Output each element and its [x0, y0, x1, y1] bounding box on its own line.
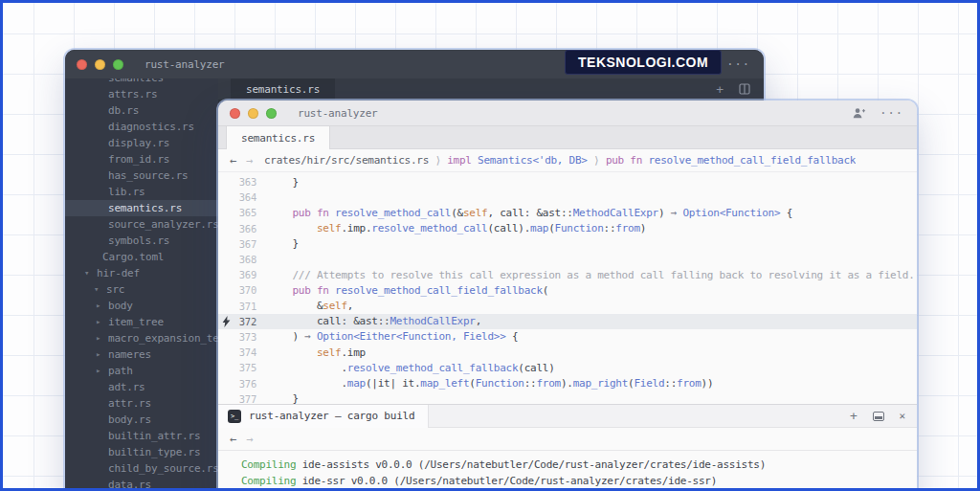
- code-editor[interactable]: 363 }364365 pub fn resolve_method_call(&…: [218, 172, 917, 404]
- code-token: map_right: [573, 377, 628, 390]
- sidebar-item[interactable]: ▾hir-def: [65, 265, 218, 281]
- sidebar-item[interactable]: db.rs: [65, 102, 218, 119]
- sidebar-item[interactable]: Cargo.toml: [65, 249, 218, 265]
- chevron-down-icon[interactable]: ▾: [94, 281, 99, 298]
- chevron-right-icon[interactable]: ▸: [96, 330, 100, 346]
- sidebar-item[interactable]: ▾src: [65, 281, 218, 298]
- code-token: Field: [634, 377, 664, 390]
- code-line[interactable]: 371 &self,: [218, 299, 917, 314]
- breadcrumb[interactable]: crates/hir/src/semantics.rs ⟩ impl Seman…: [264, 154, 856, 167]
- sidebar-item[interactable]: ▸nameres: [65, 346, 218, 363]
- code-token: ⟩: [588, 154, 606, 167]
- code-line[interactable]: 374 self.imp: [218, 345, 917, 360]
- window-title: rust-analyzer: [298, 107, 378, 120]
- terminal-tab[interactable]: >_ rust-analyzer — cargo build: [218, 405, 429, 428]
- code-token: ide-ssr v0.0.0 (/Users/natebutler/Code/r…: [296, 475, 717, 487]
- code-line[interactable]: 367 }: [218, 236, 917, 252]
- sidebar-item[interactable]: has_source.rs: [65, 167, 218, 184]
- sidebar-item[interactable]: diagnostics.rs: [65, 119, 218, 135]
- file-label: data.rs: [65, 477, 151, 491]
- code-token: ): [640, 222, 646, 234]
- code-token: call: &ast::: [268, 315, 390, 327]
- sidebar-item[interactable]: lib.rs: [65, 184, 218, 200]
- tab-semantics-rs[interactable]: semantics.rs: [226, 126, 330, 149]
- chevron-right-icon[interactable]: ▸: [96, 298, 100, 314]
- window-menu-ellipsis-icon[interactable]: ···: [726, 58, 750, 70]
- file-label: source_analyzer.rs: [65, 216, 218, 233]
- terminal-output[interactable]: Compiling ide-assists v0.0.0 (/Users/nat…: [218, 451, 917, 491]
- sidebar-item[interactable]: builtin_type.rs: [65, 444, 218, 460]
- code-line[interactable]: 372 call: &ast::MethodCallExpr,: [218, 314, 917, 329]
- chevron-down-icon[interactable]: ▾: [84, 265, 89, 281]
- code-line[interactable]: 368: [218, 252, 917, 267]
- nav-forward-icon[interactable]: →: [246, 154, 253, 167]
- code-token: (|it| it.: [366, 377, 420, 390]
- sidebar-item[interactable]: data.rs: [65, 477, 218, 491]
- code-text: .map(|it| it.map_left(Function::from).ma…: [268, 377, 713, 390]
- sidebar-item[interactable]: ▸macro_expansion_tes: [65, 330, 218, 346]
- minimize-window-button[interactable]: [95, 59, 105, 70]
- sidebar-item[interactable]: builtin_attr.rs: [65, 428, 218, 444]
- sidebar-item[interactable]: child_by_source.rs: [65, 460, 218, 477]
- code-line[interactable]: 377 }: [218, 391, 917, 404]
- file-label: display.rs: [65, 135, 169, 151]
- sidebar-item[interactable]: attr.rs: [65, 395, 218, 412]
- sidebar-item[interactable]: display.rs: [65, 135, 218, 151]
- dock-panel-icon[interactable]: [873, 412, 884, 421]
- back-tab-bar: semantics.rs +: [218, 78, 764, 100]
- terminal-forward-icon[interactable]: →: [246, 433, 253, 446]
- code-text: pub fn resolve_method_call(&self, call: …: [268, 207, 792, 219]
- sidebar-item[interactable]: source_analyzer.rs: [65, 216, 218, 233]
- code-lines: 363 }364365 pub fn resolve_method_call(&…: [218, 174, 917, 404]
- sidebar-item[interactable]: ▸item_tree: [65, 314, 218, 330]
- code-line[interactable]: 366 self.imp.resolve_method_call(call).m…: [218, 221, 917, 236]
- code-line[interactable]: 369 /// Attempts to resolve this call ex…: [218, 267, 917, 282]
- sidebar-item[interactable]: symbols.rs: [65, 233, 218, 249]
- file-label: builtin_type.rs: [65, 444, 200, 460]
- code-line[interactable]: 363 }: [218, 174, 917, 190]
- sidebar-item[interactable]: attrs.rs: [65, 86, 218, 102]
- chevron-right-icon[interactable]: ▸: [96, 363, 100, 379]
- front-tab-bar: semantics.rs: [218, 126, 917, 149]
- code-line[interactable]: 375 .resolve_method_call_fallback(call): [218, 360, 917, 375]
- chevron-right-icon[interactable]: ▸: [96, 346, 100, 363]
- zoom-window-button[interactable]: [266, 108, 277, 119]
- sidebar-item[interactable]: adt.rs: [65, 379, 218, 395]
- code-token: Function: [555, 222, 604, 234]
- close-window-button[interactable]: [230, 108, 240, 119]
- minimize-window-button[interactable]: [248, 108, 258, 119]
- code-token: (call).: [487, 222, 530, 234]
- window-menu-ellipsis-icon[interactable]: ···: [880, 107, 903, 119]
- project-sidebar[interactable]: semanticsattrs.rsdb.rsdiagnostics.rsdisp…: [65, 78, 218, 491]
- close-panel-icon[interactable]: ✕: [900, 410, 905, 422]
- front-window-titlebar[interactable]: rust-analyzer ···: [218, 100, 917, 126]
- sidebar-item[interactable]: body.rs: [65, 412, 218, 428]
- code-text: self.imp: [268, 346, 366, 359]
- collaborate-person-icon[interactable]: [852, 106, 866, 121]
- code-line[interactable]: 365 pub fn resolve_method_call(&self, ca…: [218, 205, 917, 220]
- sidebar-item[interactable]: semantics.rs: [65, 200, 218, 216]
- split-pane-icon[interactable]: [739, 83, 750, 95]
- nav-back-icon[interactable]: ←: [230, 154, 236, 167]
- line-number: 373: [234, 331, 256, 343]
- sidebar-item[interactable]: semantics: [65, 78, 218, 86]
- code-line[interactable]: 373 ) → Option<Either<Function, Field>> …: [218, 329, 917, 345]
- code-token: .: [268, 377, 347, 390]
- code-line[interactable]: 376 .map(|it| it.map_left(Function::from…: [218, 375, 917, 391]
- zoom-window-button[interactable]: [113, 59, 123, 70]
- new-tab-plus-icon[interactable]: +: [716, 83, 724, 96]
- breakpoint-bolt-icon[interactable]: [218, 316, 234, 327]
- code-token: from: [536, 377, 561, 390]
- code-line[interactable]: 364: [218, 190, 917, 205]
- code-token: Option<Function>: [682, 207, 780, 219]
- chevron-right-icon[interactable]: ▸: [96, 314, 100, 330]
- tab-semantics-rs[interactable]: semantics.rs: [231, 78, 335, 100]
- terminal-back-icon[interactable]: ←: [230, 433, 236, 446]
- sidebar-item[interactable]: from_id.rs: [65, 151, 218, 167]
- sidebar-item[interactable]: ▸body: [65, 298, 218, 314]
- file-label: child_by_source.rs: [65, 460, 218, 477]
- code-line[interactable]: 370 pub fn resolve_method_call_field_fal…: [218, 282, 917, 298]
- close-window-button[interactable]: [77, 59, 87, 70]
- sidebar-item[interactable]: ▸path: [65, 363, 218, 379]
- new-terminal-plus-icon[interactable]: +: [850, 410, 858, 422]
